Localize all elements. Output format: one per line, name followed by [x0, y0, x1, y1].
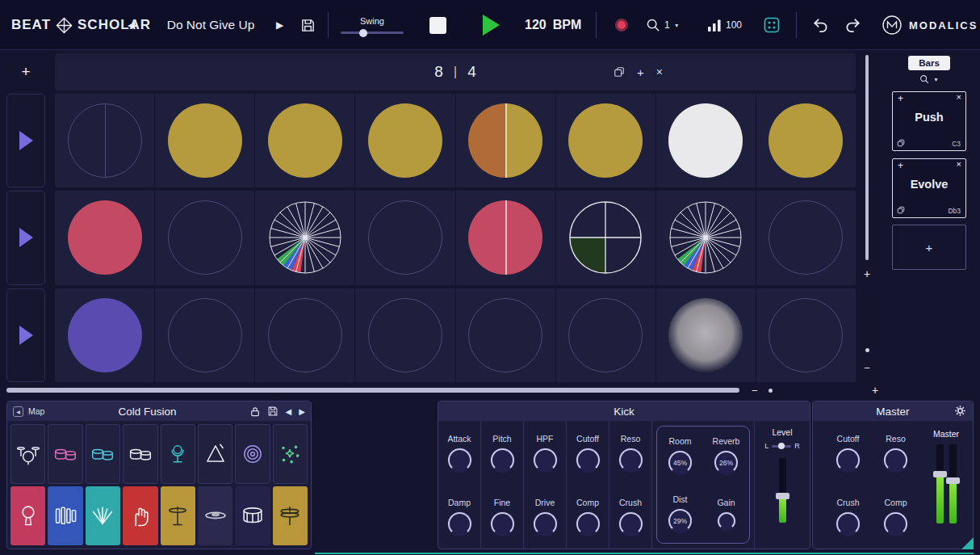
step-cell-r2-c3[interactable]	[255, 191, 355, 284]
step-cell-r1-c2[interactable]	[155, 94, 255, 187]
master-fader-right[interactable]	[949, 444, 957, 523]
pad-top-3-drums-pair[interactable]	[86, 424, 120, 484]
pad-bottom-6-cymbal[interactable]	[198, 486, 232, 546]
pad-bottom-5-cymbal-stand[interactable]	[161, 486, 195, 546]
step-cell-r3-c2[interactable]	[155, 288, 255, 382]
beat-circle-gold[interactable]	[168, 103, 242, 178]
beat-circle-empty[interactable]	[468, 298, 542, 372]
add-bar-side-button[interactable]: +	[864, 267, 870, 280]
kit-name[interactable]: Cold Fusion	[49, 406, 245, 418]
add-bar-button[interactable]: +	[637, 65, 644, 79]
time-sig-denominator[interactable]: 4	[467, 63, 476, 81]
bar-card-evolve[interactable]: + × Evolve Db3	[892, 158, 966, 218]
bar-card-duplicate-button[interactable]	[897, 139, 905, 147]
kick-comp-knob[interactable]	[576, 511, 601, 536]
add-bar-card[interactable]: +	[892, 225, 966, 270]
swing-slider[interactable]	[341, 32, 404, 34]
beat-circle-empty[interactable]	[368, 298, 442, 372]
delete-bar-button[interactable]: ×	[656, 65, 663, 78]
kick-gain-knob[interactable]	[717, 511, 736, 531]
beat-circle-purple[interactable]	[68, 298, 142, 372]
step-cell-r3-c1[interactable]	[55, 288, 155, 382]
duplicate-bar-button[interactable]	[614, 66, 625, 78]
pad-bottom-2-xylophone[interactable]	[48, 486, 82, 546]
bar-card-add-button[interactable]: +	[898, 93, 903, 104]
add-row-button[interactable]: +	[6, 53, 45, 90]
kick-dist-knob[interactable]: 29%	[668, 508, 693, 533]
vertical-scrollbar-thumb[interactable]	[865, 55, 869, 260]
bar-card-close-button[interactable]: ×	[957, 159, 961, 169]
step-cell-r2-c5[interactable]	[456, 191, 556, 284]
pan-thumb[interactable]	[778, 443, 785, 449]
pad-top-2-drums-pair[interactable]	[48, 424, 82, 484]
step-cell-r1-c8[interactable]	[756, 94, 856, 187]
step-cell-r3-c7[interactable]	[656, 288, 756, 382]
kick-hpf-knob[interactable]	[533, 448, 558, 473]
horizontal-scrollbar[interactable]	[6, 388, 739, 393]
bar-card-add-button[interactable]: +	[898, 160, 903, 171]
horizontal-scrollbar-thumb[interactable]	[6, 388, 739, 393]
pad-top-8-sparkles[interactable]	[273, 424, 308, 484]
step-cell-r2-c8[interactable]	[756, 191, 856, 284]
redo-button[interactable]	[844, 0, 861, 50]
pad-top-1-drum-kit[interactable]	[10, 424, 45, 484]
beat-circle-empty[interactable]	[168, 200, 242, 275]
beat-circle-empty[interactable]	[769, 200, 843, 275]
row-play-handle-3[interactable]	[6, 288, 45, 382]
beat-circle-empty[interactable]	[168, 298, 242, 372]
horizontal-zoom-dot[interactable]	[769, 389, 773, 393]
lock-icon[interactable]	[250, 406, 260, 417]
quantize-control[interactable]: 1 ▼	[646, 0, 680, 50]
prev-kit-button[interactable]: ◀	[286, 407, 292, 416]
sidebar-dropdown-caret[interactable]: ▼	[933, 77, 939, 82]
bpm-display[interactable]: 120 BPM	[525, 0, 581, 50]
save-kit-icon[interactable]	[267, 406, 279, 417]
resize-corner-handle[interactable]	[961, 537, 974, 549]
step-cell-r3-c8[interactable]	[756, 288, 856, 382]
beat-circle-gold[interactable]	[368, 103, 442, 178]
kick-room-knob[interactable]: 45%	[668, 450, 693, 475]
step-cell-r3-c6[interactable]	[556, 288, 656, 382]
map-toggle[interactable]: Map	[28, 406, 44, 416]
kick-fine-knob[interactable]	[490, 511, 515, 536]
kick-reverb-knob[interactable]: 26%	[714, 450, 739, 475]
vertical-zoom-dot[interactable]	[865, 348, 869, 352]
preset-name[interactable]: Do Not Give Up	[150, 0, 271, 50]
zoom-in-button[interactable]: +	[872, 384, 878, 397]
step-cell-r2-c2[interactable]	[155, 191, 255, 284]
pad-top-4-drums-pair[interactable]	[123, 424, 157, 484]
step-cell-r1-c5[interactable]	[456, 94, 556, 187]
record-button[interactable]	[615, 0, 628, 50]
beat-circle-starburst[interactable]	[268, 200, 342, 275]
step-cell-r3-c3[interactable]	[255, 288, 355, 382]
prev-preset-button[interactable]: ◀	[128, 0, 135, 50]
kick-drive-knob[interactable]	[533, 511, 558, 536]
master-reso-knob[interactable]	[883, 448, 908, 473]
pad-bottom-4-clap-hand[interactable]	[123, 486, 157, 546]
save-preset-button[interactable]	[300, 0, 316, 50]
pad-bottom-8-hihat[interactable]	[273, 486, 308, 546]
master-fader-right-thumb[interactable]	[946, 477, 960, 484]
kick-reso-knob[interactable]	[618, 448, 643, 473]
stop-button[interactable]	[429, 0, 446, 50]
collapse-icon[interactable]: ◀	[13, 406, 23, 417]
step-cell-r2-c1[interactable]	[55, 191, 155, 284]
beat-circle-crimson-split[interactable]	[468, 200, 542, 275]
beat-circle-starburst[interactable]	[668, 200, 743, 275]
vertical-scrollbar[interactable]	[865, 55, 869, 260]
randomize-button[interactable]	[764, 0, 780, 50]
swing-slider-thumb[interactable]	[359, 29, 367, 37]
pad-bottom-7-drum[interactable]	[235, 486, 270, 546]
beat-circle-orange-gold[interactable]	[468, 103, 542, 178]
next-kit-button[interactable]: ▶	[299, 407, 305, 416]
meter-control[interactable]: 100	[707, 0, 742, 50]
vertical-zoom-out-button[interactable]: −	[864, 362, 870, 374]
kick-damp-knob[interactable]	[447, 511, 472, 536]
step-cell-r1-c6[interactable]	[556, 94, 656, 187]
step-cell-r1-c7[interactable]	[656, 94, 756, 187]
bar-card-title[interactable]: Push	[893, 111, 965, 124]
pad-top-5-microphone[interactable]	[161, 424, 195, 484]
bar-card-title[interactable]: Evolve	[893, 178, 965, 191]
time-signature-bar[interactable]: 8 | 4 + ×	[55, 53, 856, 90]
step-cell-r3-c5[interactable]	[456, 288, 556, 382]
